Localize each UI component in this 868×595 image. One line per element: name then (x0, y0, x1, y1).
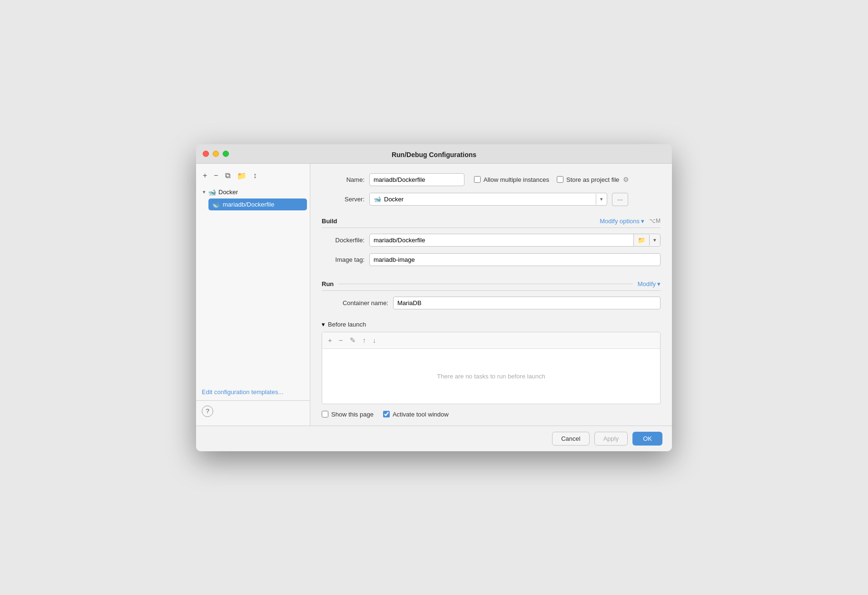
run-separator (338, 284, 632, 284)
image-tag-row: Image tag: (322, 253, 661, 266)
copy-config-button[interactable]: ⧉ (223, 170, 232, 181)
dockerfile-icon: 🐋 (212, 201, 220, 208)
allow-multiple-item[interactable]: Allow multiple instances (474, 176, 549, 183)
remove-config-button[interactable]: − (212, 170, 220, 181)
footer-right: Cancel Apply OK (552, 432, 662, 446)
dockerfile-dropdown-button[interactable]: ▾ (649, 235, 660, 246)
before-launch-chevron-icon: ▾ (322, 321, 325, 328)
dockerfile-input[interactable] (370, 234, 633, 246)
sidebar-footer: Edit configuration templates... (196, 384, 310, 400)
minimize-button[interactable] (213, 150, 219, 157)
before-launch-move-up-button[interactable]: ↑ (361, 335, 368, 346)
run-modify-label: Modify (638, 280, 656, 288)
image-tag-input[interactable] (369, 253, 661, 266)
server-row: Server: 🐋 Docker ▾ ··· (322, 193, 661, 206)
help-button[interactable]: ? (202, 406, 213, 417)
dialog-footer: Cancel Apply OK (196, 426, 672, 451)
image-tag-label: Image tag: (322, 256, 365, 263)
sidebar-item-label: mariadb/Dockerfile (223, 201, 274, 208)
tree-group: ▾ 🐋 Docker 🐋 mariadb/Dockerfile (196, 186, 310, 210)
docker-icon: 🐋 (208, 188, 216, 196)
edit-templates-link[interactable]: Edit configuration templates... (202, 388, 283, 396)
folder-config-button[interactable]: 📁 (235, 170, 248, 181)
name-row: Name: Allow multiple instances Store as … (322, 173, 661, 186)
server-value: Docker (384, 196, 404, 203)
tree-parent-docker[interactable]: ▾ 🐋 Docker (199, 186, 307, 198)
server-more-button[interactable]: ··· (612, 193, 628, 206)
show-page-label: Show this page (331, 411, 374, 418)
before-launch-empty-text: There are no tasks to run before launch (437, 373, 545, 380)
run-section-title: Run (322, 280, 334, 288)
container-name-label: Container name: (331, 299, 388, 307)
run-section-header: Run Modify ▾ (322, 280, 661, 291)
activate-tool-checkbox[interactable] (383, 411, 390, 417)
traffic-lights (203, 150, 229, 157)
shortcut-hint: ⌥M (649, 218, 661, 224)
run-debug-dialog: Run/Debug Configurations + − ⧉ 📁 ↕ ▾ 🐋 D… (196, 144, 672, 451)
settings-icon[interactable]: ⚙ (623, 176, 629, 183)
dockerfile-label: Dockerfile: (322, 237, 365, 244)
sort-config-button[interactable]: ↕ (251, 170, 259, 181)
sidebar: + − ⧉ 📁 ↕ ▾ 🐋 Docker 🐋 mariadb/Dockerfil… (196, 164, 310, 426)
maximize-button[interactable] (223, 150, 229, 157)
tree-parent-label: Docker (218, 188, 238, 196)
sidebar-toolbar: + − ⧉ 📁 ↕ (196, 168, 310, 186)
server-chevron-icon[interactable]: ▾ (596, 194, 607, 205)
before-launch-add-button[interactable]: + (326, 335, 334, 346)
before-launch-move-down-button[interactable]: ↓ (371, 335, 378, 346)
dialog-body: + − ⧉ 📁 ↕ ▾ 🐋 Docker 🐋 mariadb/Dockerfil… (196, 164, 672, 426)
show-page-item[interactable]: Show this page (322, 411, 374, 418)
before-launch-edit-button[interactable]: ✎ (348, 335, 358, 346)
name-input[interactable] (369, 173, 464, 186)
activate-tool-label: Activate tool window (393, 411, 449, 418)
before-launch-empty-message: There are no tasks to run before launch (322, 349, 660, 404)
help-area: ? (196, 400, 310, 422)
dockerfile-browse-button[interactable]: 📁 (633, 234, 649, 246)
dockerfile-row: Dockerfile: 📁 ▾ (322, 234, 661, 247)
apply-button[interactable]: Apply (594, 432, 628, 446)
server-select[interactable]: 🐋 Docker ▾ (369, 193, 607, 206)
dialog-title: Run/Debug Configurations (392, 151, 476, 159)
show-page-checkbox[interactable] (322, 411, 328, 417)
name-label: Name: (322, 176, 365, 183)
chevron-down-icon: ▾ (641, 218, 644, 225)
main-content: Name: Allow multiple instances Store as … (310, 164, 672, 426)
store-as-project-label: Store as project file (566, 176, 619, 183)
build-section-header: Build Modify options ▾ ⌥M (322, 218, 661, 228)
dockerfile-input-wrapper: 📁 ▾ (369, 234, 661, 247)
tree-children: 🐋 mariadb/Dockerfile (208, 198, 307, 210)
close-button[interactable] (203, 150, 209, 157)
store-as-project-item[interactable]: Store as project file ⚙ (557, 176, 629, 183)
before-launch-section: ▾ Before launch + − ✎ ↑ ↓ There are no t… (322, 321, 661, 404)
before-launch-title: Before launch (328, 321, 366, 328)
container-name-input[interactable] (393, 297, 661, 309)
before-launch-header[interactable]: ▾ Before launch (322, 321, 661, 328)
run-chevron-icon: ▾ (657, 280, 661, 288)
server-docker-icon: 🐋 (374, 196, 381, 203)
container-name-row: Container name: (331, 297, 661, 309)
before-launch-box: + − ✎ ↑ ↓ There are no tasks to run befo… (322, 332, 661, 404)
bottom-checkboxes: Show this page Activate tool window (322, 411, 661, 418)
run-modify-button[interactable]: Modify ▾ (638, 280, 661, 288)
before-launch-remove-button[interactable]: − (337, 335, 345, 346)
modify-options-button[interactable]: Modify options ▾ (600, 218, 644, 225)
ok-button[interactable]: OK (632, 432, 662, 446)
activate-tool-item[interactable]: Activate tool window (383, 411, 449, 418)
checkbox-group: Allow multiple instances Store as projec… (474, 176, 629, 183)
modify-options-label: Modify options (600, 218, 640, 225)
add-config-button[interactable]: + (201, 170, 209, 181)
title-bar: Run/Debug Configurations (196, 144, 672, 164)
cancel-button[interactable]: Cancel (552, 432, 589, 446)
chevron-down-icon: ▾ (203, 189, 206, 195)
build-section-title: Build (322, 218, 337, 225)
sidebar-item-mariadb-dockerfile[interactable]: 🐋 mariadb/Dockerfile (208, 198, 307, 210)
server-label: Server: (322, 196, 365, 203)
allow-multiple-label: Allow multiple instances (483, 176, 549, 183)
server-select-content: 🐋 Docker (370, 193, 596, 205)
before-launch-toolbar: + − ✎ ↑ ↓ (322, 332, 660, 349)
store-as-project-checkbox[interactable] (557, 176, 563, 183)
allow-multiple-checkbox[interactable] (474, 176, 481, 183)
